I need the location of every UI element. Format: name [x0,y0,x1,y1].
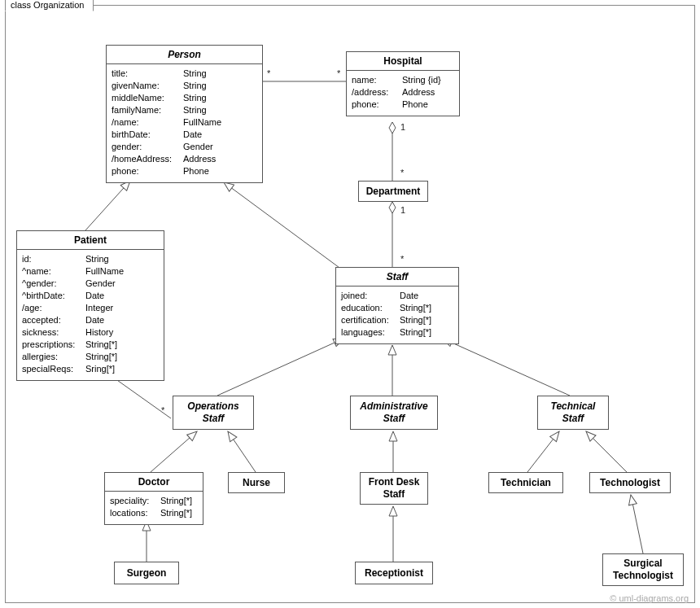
class-department: Department [358,181,428,202]
class-title: Surgeon [115,562,178,584]
class-technologist: Technologist [589,472,671,493]
class-title: Technician [489,473,562,492]
class-title: Patient [17,231,164,250]
mult-hospital-dept-top: 1 [400,122,405,132]
class-patient: Patient id:String ^name:FullName ^gender… [16,230,164,381]
class-surgeon: Surgeon [114,562,179,584]
class-title: Front Desk Staff [361,473,427,504]
mult-hospital-dept-bot: * [400,168,404,177]
diagram-canvas: class Organization [0,0,700,608]
watermark: © uml-diagrams.org [610,593,689,603]
class-operations-staff: Operations Staff [173,396,254,430]
class-title: Operations Staff [173,396,253,429]
class-doctor: Doctor speciality:String[*] locations:St… [104,472,203,525]
class-nurse: Nurse [228,472,285,493]
class-title: Nurse [229,473,284,492]
mult-dept-staff-top: 1 [400,205,405,215]
class-attrs: joined:Date education:String[*] certific… [336,287,458,343]
class-technical-staff: Technical Staff [537,396,609,430]
class-title: Technical Staff [538,396,608,429]
class-surgical-technologist: Surgical Technologist [602,553,684,586]
class-attrs: name:String {id} /address:Address phone:… [347,71,459,116]
mult-person-hospital-right: * [337,68,340,78]
mult-patient-ops-right: * [161,405,164,415]
class-person: Person title:String givenName:String mid… [106,45,263,183]
class-front-desk-staff: Front Desk Staff [360,472,428,505]
class-title: Administrative Staff [351,396,437,429]
class-receptionist: Receptionist [355,562,433,584]
class-attrs: id:String ^name:FullName ^gender:Gender … [17,250,164,380]
class-title: Hospital [347,52,459,71]
class-hospital: Hospital name:String {id} /address:Addre… [346,51,460,116]
class-attrs: title:String givenName:String middleName… [107,64,262,182]
class-title: Technologist [590,473,670,492]
class-technician: Technician [488,472,563,493]
class-title: Person [107,46,262,64]
class-attrs: speciality:String[*] locations:String[*] [105,492,203,524]
class-title: Receptionist [356,562,432,584]
class-administrative-staff: Administrative Staff [350,396,438,430]
class-title: Surgical Technologist [603,554,683,585]
class-title: Doctor [105,473,203,492]
class-title: Department [359,182,427,201]
mult-person-hospital-left: * [267,68,270,78]
mult-dept-staff-bot: * [400,254,404,264]
class-staff: Staff joined:Date education:String[*] ce… [335,267,459,344]
class-title: Staff [336,268,458,287]
frame-title: class Organization [5,0,94,11]
